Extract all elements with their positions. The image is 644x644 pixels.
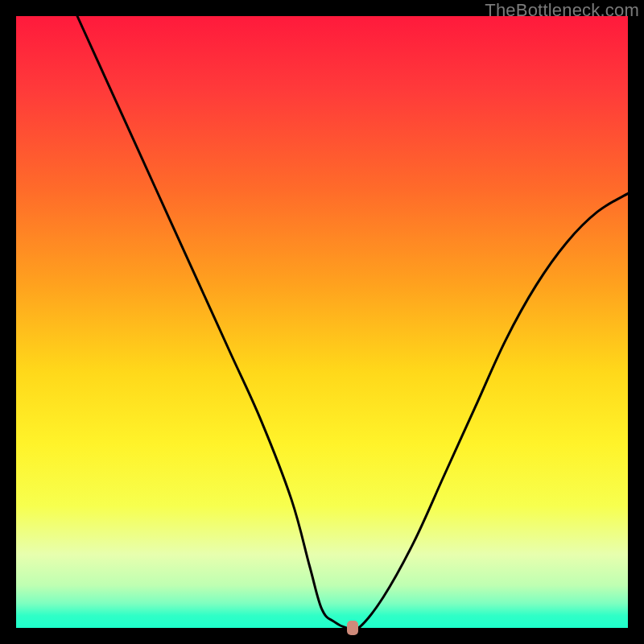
minimum-marker	[347, 621, 358, 635]
plot-area	[16, 16, 628, 628]
chart-frame: TheBottleneck.com	[0, 0, 644, 644]
curve-svg	[16, 16, 628, 628]
bottleneck-curve-path	[77, 16, 628, 630]
